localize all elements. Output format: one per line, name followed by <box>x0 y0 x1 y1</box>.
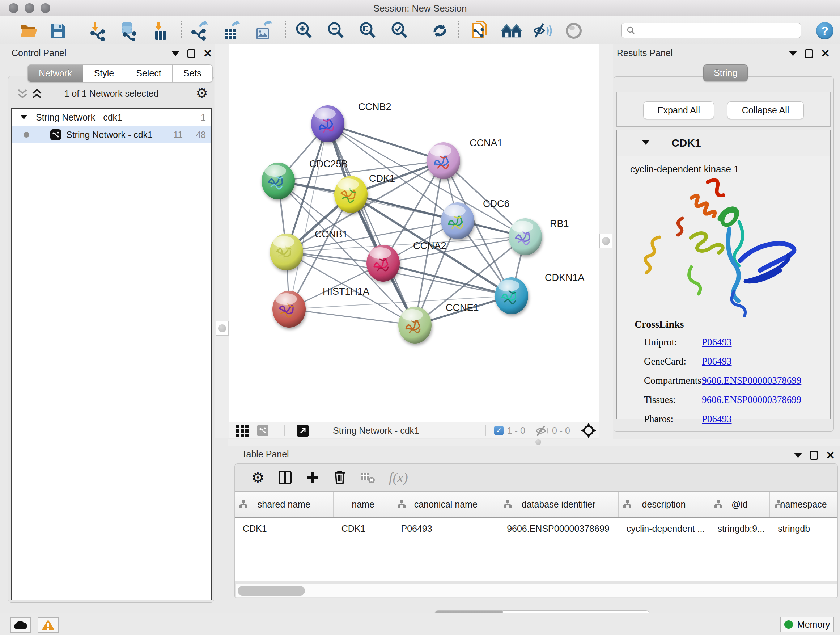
delete-column-icon[interactable] <box>333 470 346 485</box>
edge-CCNB2-CCNA1[interactable] <box>328 124 444 161</box>
table-cell[interactable]: 9606.ENSP00000378699 <box>499 518 619 539</box>
panel-menu-icon[interactable] <box>172 51 180 56</box>
columns-icon[interactable] <box>278 470 292 485</box>
save-session-button[interactable] <box>48 21 68 41</box>
node-section-title: CDK1 <box>671 137 701 149</box>
string-houses-icon <box>501 22 522 39</box>
table-cell[interactable]: cyclin-dependent ... <box>619 518 710 539</box>
left-splitter[interactable] <box>215 44 229 438</box>
function-builder-icon[interactable]: f(x) <box>389 470 408 486</box>
tab-network[interactable]: Network <box>27 65 83 82</box>
column-header-shared-name[interactable]: shared name <box>235 492 333 517</box>
zoom-fit-button[interactable] <box>357 21 378 41</box>
add-column-icon[interactable] <box>306 470 319 485</box>
column-header-database-identifier[interactable]: database identifier <box>499 492 619 517</box>
edge-CCNB2-HIST1H1A[interactable] <box>289 124 328 309</box>
crosslink-label: Tissues: <box>635 394 702 405</box>
column-header-description[interactable]: description <box>619 492 710 517</box>
horizontal-scrollbar[interactable] <box>235 584 837 597</box>
splitter-handle[interactable] <box>216 321 229 336</box>
delete-table-icon[interactable] <box>360 471 375 484</box>
grid-view-icon[interactable] <box>235 424 249 437</box>
close-panel-icon[interactable]: ✕ <box>203 49 212 58</box>
gear-icon[interactable]: ⚙ <box>251 469 264 486</box>
warning-button[interactable] <box>38 617 58 633</box>
tab-select[interactable]: Select <box>125 65 172 82</box>
node-CCNE1[interactable]: CCNE1 <box>398 302 479 344</box>
crosslink-link[interactable]: 9606.ENSP00000378699 <box>702 375 801 386</box>
panel-menu-icon[interactable] <box>789 51 797 56</box>
memory-button[interactable]: Memory <box>780 616 834 632</box>
cloud-button[interactable] <box>10 617 31 633</box>
edge-HIST1H1A-CCNE1[interactable] <box>289 309 415 325</box>
network-view-icon[interactable] <box>257 424 268 436</box>
network-row[interactable]: String Network - cdk1 11 48 <box>12 126 211 143</box>
tab-sets[interactable]: Sets <box>172 65 213 82</box>
refresh-button[interactable] <box>430 21 450 41</box>
node-CDKN1A[interactable]: CDKN1A <box>495 272 584 314</box>
node-CCNB2[interactable]: CCNB2 <box>311 101 392 142</box>
float-panel-icon[interactable] <box>187 49 195 58</box>
zoom-fit-icon <box>358 21 377 40</box>
string-houses-button[interactable] <box>501 21 522 41</box>
zoom-selected-button[interactable] <box>389 21 409 41</box>
table-cell[interactable]: CDK1 <box>235 518 333 539</box>
selected-checkbox-icon[interactable]: ✓ <box>494 426 504 435</box>
string-document-share-button[interactable] <box>470 21 490 41</box>
crosslink-link[interactable]: 9606.ENSP00000378699 <box>702 394 801 405</box>
column-header-name[interactable]: name <box>333 492 393 517</box>
table-row[interactable]: CDK1CDK1P064939606.ENSP00000378699cyclin… <box>235 518 837 539</box>
table-cell[interactable]: CDK1 <box>333 518 393 539</box>
node-section-header[interactable]: CDK1 <box>617 130 830 157</box>
node-CCNA1[interactable]: CCNA1 <box>427 138 503 179</box>
close-panel-icon[interactable]: ✕ <box>821 49 830 58</box>
string-network-graph[interactable]: CCNB2 CCNA1 CDC25B CDK1 <box>228 44 599 422</box>
table-cell[interactable]: P06493 <box>393 518 499 539</box>
close-panel-icon[interactable]: ✕ <box>826 451 835 460</box>
export-table-button[interactable] <box>221 21 242 41</box>
crosslink-link[interactable]: P06493 <box>702 356 732 367</box>
table-cell[interactable]: stringdb <box>770 518 837 539</box>
splitter-handle[interactable] <box>531 439 546 445</box>
crosslink-label: Uniprot: <box>635 337 702 348</box>
string-eye-slash-button[interactable] <box>532 21 553 41</box>
node-HIST1H1A[interactable]: HIST1H1A <box>272 286 369 328</box>
status-bar: Memory <box>0 613 840 635</box>
search-box[interactable] <box>622 23 801 38</box>
export-image-button[interactable] <box>253 21 273 41</box>
zoom-out-button[interactable] <box>325 21 346 41</box>
table-cell[interactable]: stringdb:9... <box>709 518 770 539</box>
float-panel-icon[interactable] <box>805 49 813 58</box>
import-network-file-button[interactable] <box>88 21 108 41</box>
expand-all-button[interactable]: Expand All <box>643 101 714 119</box>
network-canvas[interactable]: CCNB2 CCNA1 CDC25B CDK1 <box>228 44 599 422</box>
detach-view-icon[interactable] <box>297 424 309 437</box>
collapse-all-button[interactable]: Collapse All <box>727 101 804 119</box>
birds-eye-crosshair-icon[interactable] <box>581 423 596 438</box>
scrollbar-thumb[interactable] <box>238 586 305 595</box>
string-sphere-button[interactable] <box>564 21 584 41</box>
export-network-button[interactable] <box>189 21 210 41</box>
network-tab-content: 1 of 1 Network selected ⚙ String Network… <box>8 76 214 603</box>
search-input[interactable] <box>636 25 791 35</box>
zoom-in-button[interactable] <box>294 21 314 41</box>
gear-icon[interactable]: ⚙ <box>196 86 208 100</box>
crosslink-link[interactable]: P06493 <box>702 413 732 424</box>
node-RB1[interactable]: RB1 <box>508 218 569 255</box>
float-panel-icon[interactable] <box>810 451 818 460</box>
column-header--id[interactable]: @id <box>709 492 770 517</box>
column-header-canonical-name[interactable]: canonical name <box>393 492 499 517</box>
panel-menu-icon[interactable] <box>794 453 802 458</box>
collection-caret-icon[interactable] <box>21 115 27 119</box>
import-network-database-button[interactable] <box>118 21 138 41</box>
tab-style[interactable]: Style <box>83 65 126 82</box>
import-table-file-button[interactable] <box>150 21 171 41</box>
crosslink-link[interactable]: P06493 <box>702 337 732 348</box>
help-button[interactable]: ? <box>816 22 834 40</box>
column-header-namespace[interactable]: namespace <box>770 492 837 517</box>
section-caret-icon[interactable] <box>642 140 650 145</box>
network-collection-row[interactable]: String Network - cdk1 1 <box>12 109 211 126</box>
open-session-button[interactable] <box>19 21 39 41</box>
node-CDC6[interactable]: CDC6 <box>441 198 510 239</box>
tab-string[interactable]: String <box>703 65 748 81</box>
